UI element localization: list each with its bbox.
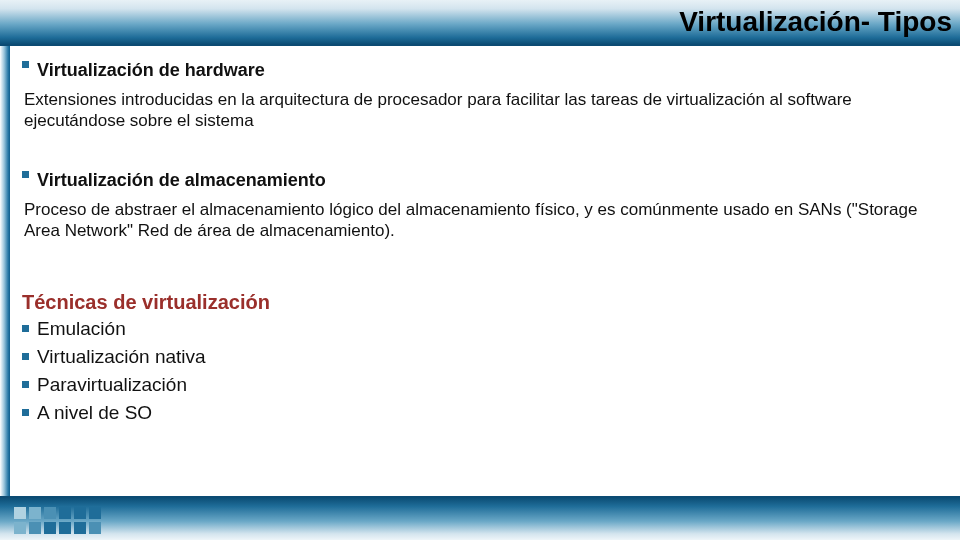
bullet-icon [22,353,29,360]
technique-label: A nivel de SO [37,402,152,424]
list-item: Paravirtualización [22,374,956,396]
section-heading-storage: Virtualización de almacenamiento [37,170,326,191]
list-item: Virtualización nativa [22,346,956,368]
footer-bar [0,496,960,540]
footer-squares-icon [14,507,101,534]
technique-label: Paravirtualización [37,374,187,396]
list-item: Emulación [22,318,956,340]
section-body-hardware: Extensiones introducidas en la arquitect… [24,89,956,132]
techniques-list: Emulación Virtualización nativa Paravirt… [22,318,956,424]
bullet-icon [22,61,29,68]
bullet-icon [22,171,29,178]
section-heading-row: Virtualización de hardware [22,54,956,85]
section-heading-row: Virtualización de almacenamiento [22,164,956,195]
list-item: A nivel de SO [22,402,956,424]
section-heading-hardware: Virtualización de hardware [37,60,265,81]
title-bar: Virtualización- Tipos [0,0,960,46]
bullet-icon [22,381,29,388]
content-area: Virtualización de hardware Extensiones i… [22,54,956,424]
technique-label: Virtualización nativa [37,346,206,368]
subheader-techniques: Técnicas de virtualización [22,291,956,314]
technique-label: Emulación [37,318,126,340]
bullet-icon [22,325,29,332]
left-accent-strip [0,0,10,540]
page-title: Virtualización- Tipos [679,6,952,38]
bullet-icon [22,409,29,416]
slide: Virtualización- Tipos Virtualización de … [0,0,960,540]
section-body-storage: Proceso de abstraer el almacenamiento ló… [24,199,956,242]
